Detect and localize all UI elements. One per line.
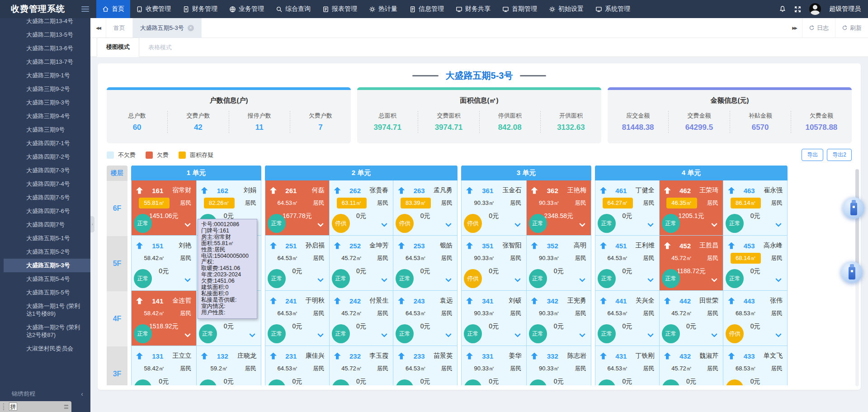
sidebar-edge-handle[interactable]: ‹ bbox=[90, 216, 94, 232]
chevron-down-icon[interactable] bbox=[711, 331, 717, 337]
sidebar-item-building[interactable]: 大盛路二期13-4号 bbox=[0, 18, 90, 28]
room-cell[interactable]: 341 刘硕 90.33㎡ 居民 0元 正常 bbox=[462, 291, 527, 346]
ime-toolbar[interactable]: 拼 bbox=[0, 401, 71, 412]
sidebar-item-building[interactable]: 大盛路四期7-4号 bbox=[0, 177, 90, 191]
sidebar-item-building[interactable]: 大淑堡村民委员会 bbox=[0, 342, 90, 355]
ime-options-icon[interactable] bbox=[64, 405, 68, 409]
sidebar-item-building[interactable]: 大盛路一期2号 (荣利达2号楼87) bbox=[0, 321, 90, 342]
chevron-down-icon[interactable] bbox=[445, 221, 452, 227]
sidebar-item-building[interactable]: 大盛路三期9号 bbox=[0, 123, 90, 137]
room-cell[interactable]: 241 于明秋 64.53㎡ 居民 0元 正常 bbox=[265, 291, 330, 346]
sidebar-item-building[interactable]: 大盛路三期9-1号 bbox=[0, 69, 90, 82]
nav-menu-item[interactable]: 业务管理 bbox=[223, 0, 270, 18]
tabs-scroll-right-icon[interactable]: ▶▶ bbox=[787, 26, 802, 30]
sidebar-item-building[interactable]: 大盛路二期13-6号 bbox=[0, 42, 90, 55]
sidebar-item-building[interactable]: 大盛路五期5-5号 bbox=[0, 286, 90, 299]
room-cell[interactable]: 233 苗景英 64.53㎡ 居民 0元 正常 bbox=[393, 346, 457, 385]
sidebar-item-building[interactable]: 大盛路四期7-2号 bbox=[0, 150, 90, 164]
room-cell[interactable]: 332 陈志岩 90.33㎡ 居民 0元 正常 bbox=[527, 346, 591, 385]
sidebar-item-building[interactable]: 大盛路四期7-5号 bbox=[0, 191, 90, 204]
room-cell[interactable]: 253 银皓 64.53㎡ 居民 0元 正常 bbox=[393, 236, 457, 290]
room-cell[interactable]: 131 王立立 58.42㎡ 居民 0元 正常 bbox=[132, 346, 197, 385]
sidebar-item-building[interactable]: 大盛路四期7-1号 bbox=[0, 137, 90, 150]
sidebar-item-building[interactable]: 大盛路三期9-2号 bbox=[0, 82, 90, 96]
chevron-down-icon[interactable] bbox=[184, 276, 190, 282]
room-cell[interactable]: 453 高永峰 68.14㎡ 居民 0元 正常 bbox=[723, 236, 787, 290]
chevron-down-icon[interactable] bbox=[647, 276, 654, 282]
room-cell[interactable]: 262 张贵春 63.11㎡ 居民 0元 停供 bbox=[330, 180, 394, 235]
collapse-icon[interactable]: ‹ bbox=[81, 390, 83, 398]
export-button[interactable]: 导出2 bbox=[827, 149, 852, 161]
room-cell[interactable]: 342 王宪勇 90.33㎡ 居民 0元 正常 bbox=[527, 291, 591, 346]
room-cell[interactable]: 441 关兴全 64.53㎡ 居民 0元 正常 bbox=[595, 291, 660, 346]
chevron-down-icon[interactable] bbox=[317, 276, 324, 282]
nav-menu-item[interactable]: 首页 bbox=[96, 0, 130, 18]
view-mode-tab[interactable]: 楼图模式 bbox=[97, 38, 139, 57]
ime-mode-indicator[interactable]: 拼 bbox=[9, 403, 17, 411]
room-cell[interactable]: 443 张伟 68.53㎡ 居民 0元 停供 bbox=[723, 291, 787, 346]
room-cell[interactable]: 351 张智阳 90.33㎡ 居民 0元 停供 bbox=[462, 236, 527, 290]
chevron-down-icon[interactable] bbox=[381, 276, 387, 282]
sidebar-item-building[interactable]: 大盛路四期7-3号 bbox=[0, 164, 90, 177]
sidebar-item-building[interactable]: 大盛路一期1号 (荣利达1号楼89) bbox=[0, 299, 90, 321]
chevron-down-icon[interactable] bbox=[579, 276, 585, 282]
room-cell[interactable]: 433 单文飞 68.53㎡ 居民 0元 停供 bbox=[723, 346, 787, 385]
log-button[interactable]: 日志 bbox=[802, 18, 835, 38]
room-cell[interactable]: 232 李玉霞 45.72㎡ 居民 0元 正常 bbox=[330, 346, 394, 385]
avatar[interactable] bbox=[809, 3, 821, 15]
sidebar-item-building[interactable]: 大盛路四期7号 bbox=[0, 218, 90, 232]
menu-toggle-icon[interactable] bbox=[81, 6, 89, 12]
room-cell[interactable]: 362 王艳梅 90.33㎡ 居民 2348.58元 正常 bbox=[527, 180, 591, 235]
sidebar-item-building[interactable]: 大盛路二期13-7号 bbox=[0, 55, 90, 69]
refresh-button[interactable]: 刷新 bbox=[835, 18, 868, 38]
sidebar-item-building[interactable]: 大盛路五期5-1号 bbox=[0, 232, 90, 245]
room-cell[interactable]: 352 高明 90.33㎡ 居民 0元 正常 bbox=[527, 236, 591, 290]
chevron-down-icon[interactable] bbox=[514, 221, 520, 227]
sidebar-item-building[interactable]: 大盛路五期5-3号 bbox=[4, 259, 90, 272]
nav-menu-item[interactable]: 财务共享 bbox=[450, 0, 496, 18]
chevron-down-icon[interactable] bbox=[381, 331, 387, 337]
chevron-down-icon[interactable] bbox=[711, 221, 717, 227]
room-cell[interactable]: 452 王胜昌 45.72㎡ 居民 1188.72元 正常 bbox=[660, 236, 724, 290]
view-mode-tab[interactable]: 表格模式 bbox=[139, 38, 181, 57]
chevron-down-icon[interactable] bbox=[647, 331, 654, 337]
room-cell[interactable]: 242 付景生 45.72㎡ 居民 0元 正常 bbox=[330, 291, 394, 346]
chevron-down-icon[interactable] bbox=[381, 221, 387, 227]
nav-menu-item[interactable]: 初始设置 bbox=[543, 0, 590, 18]
sidebar-item-building[interactable]: 大盛路三期9-4号 bbox=[0, 109, 90, 123]
close-icon[interactable]: × bbox=[188, 25, 194, 31]
room-cell[interactable]: 243 袁远 64.53㎡ 居民 0元 正常 bbox=[393, 291, 457, 346]
room-cell[interactable]: 231 康佳兴 64.53㎡ 居民 0元 正常 bbox=[265, 346, 330, 385]
room-cell[interactable]: 251 孙启福 64.53㎡ 居民 0元 正常 bbox=[265, 236, 330, 290]
room-cell[interactable]: 151 刘艳 58.42㎡ 居民 0元 正常 bbox=[132, 236, 197, 290]
sidebar-item-building[interactable]: 大盛路五期5-4号 bbox=[0, 272, 90, 286]
room-cell[interactable]: 252 金坤芳 45.72㎡ 居民 0元 正常 bbox=[330, 236, 394, 290]
nav-menu-item[interactable]: 报表管理 bbox=[316, 0, 363, 18]
room-cell[interactable]: 432 魏淑芹 45.72㎡ 居民 0元 正常 bbox=[660, 346, 724, 385]
room-cell[interactable]: 263 孟凡勇 83.39㎡ 居民 0元 停供 bbox=[393, 180, 457, 235]
chevron-down-icon[interactable] bbox=[775, 276, 782, 282]
bell-icon[interactable] bbox=[779, 5, 786, 13]
room-cell[interactable]: 462 王荣琦 46.35㎡ 居民 1205.1元 正常 bbox=[660, 180, 724, 235]
nav-menu-item[interactable]: 热计量 bbox=[363, 0, 403, 18]
nav-menu-item[interactable]: 综合查询 bbox=[270, 0, 316, 18]
chevron-down-icon[interactable] bbox=[317, 331, 324, 337]
chevron-down-icon[interactable] bbox=[514, 331, 520, 337]
nav-menu-item[interactable]: 信息管理 bbox=[403, 0, 450, 18]
chevron-down-icon[interactable] bbox=[514, 276, 520, 282]
room-cell[interactable]: 451 王利维 64.53㎡ 居民 0元 正常 bbox=[595, 236, 660, 290]
room-cell[interactable]: 161 宿常财 55.81㎡ 居民 1451.06元 正常 bbox=[132, 180, 197, 235]
sidebar-item-building[interactable]: 大盛路五期5-2号 bbox=[0, 245, 90, 259]
room-cell[interactable]: 141 金连哲 58.42㎡ 居民 1518.92元 正常 bbox=[132, 291, 197, 346]
nav-menu-item[interactable]: 首期管理 bbox=[496, 0, 543, 18]
room-cell[interactable]: 361 玉金石 90.33㎡ 居民 0元 停供 bbox=[462, 180, 527, 235]
chevron-down-icon[interactable] bbox=[647, 221, 654, 227]
fullscreen-icon[interactable] bbox=[794, 6, 801, 13]
chevron-down-icon[interactable] bbox=[579, 221, 585, 227]
chevron-down-icon[interactable] bbox=[775, 221, 782, 227]
chevron-down-icon[interactable] bbox=[579, 331, 585, 337]
page-tab[interactable]: 首页 × bbox=[106, 18, 133, 38]
room-cell[interactable]: 261 何磊 64.53㎡ 居民 1677.78元 正常 bbox=[265, 180, 330, 235]
room-cell[interactable]: 463 崔永强 86.14㎡ 居民 0元 正常 bbox=[723, 180, 787, 235]
room-cell[interactable]: 331 姜华 90.33㎡ 居民 0元 正常 bbox=[462, 346, 527, 385]
